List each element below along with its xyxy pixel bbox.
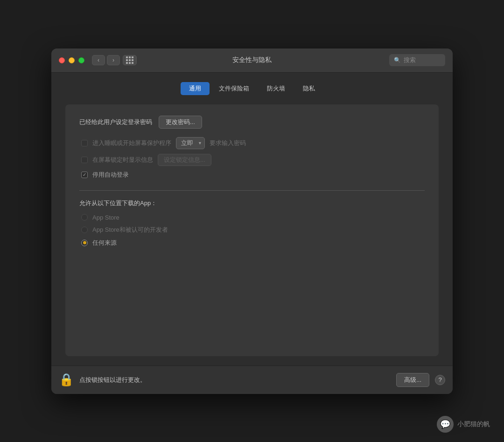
lock-icon: 🔒 bbox=[59, 373, 74, 387]
change-password-button[interactable]: 更改密码... bbox=[159, 116, 202, 129]
dropdown-arrow-icon: ▼ bbox=[198, 141, 202, 145]
downloads-radio-group: App Store App Store和被认可的开发者 任何来源 bbox=[81, 214, 425, 247]
advanced-button[interactable]: 高级... bbox=[396, 373, 429, 387]
forward-icon: › bbox=[112, 57, 114, 63]
downloads-section: 允许从以下位置下载的App： App Store App Store和被认可的开… bbox=[79, 199, 425, 247]
maximize-button[interactable] bbox=[78, 57, 84, 63]
require-pwd-dropdown[interactable]: 立即 ▼ bbox=[176, 137, 205, 149]
minimize-button[interactable] bbox=[69, 57, 75, 63]
downloads-title: 允许从以下位置下载的App： bbox=[79, 199, 425, 207]
radio-appstore-dev-row: App Store和被认可的开发者 bbox=[81, 226, 425, 234]
require-pwd-label: 要求输入密码 bbox=[210, 139, 246, 147]
lock-icon-container[interactable]: 🔒 bbox=[59, 373, 74, 387]
lock-screen-label: 在屏幕锁定时显示信息 bbox=[92, 156, 153, 164]
tab-general[interactable]: 通用 bbox=[181, 82, 210, 95]
tab-privacy[interactable]: 隐私 bbox=[294, 82, 323, 95]
tab-bar: 通用 文件保险箱 防火墙 隐私 bbox=[65, 82, 439, 95]
footer-bar: 🔒 点按锁按钮以进行更改。 高级... ? bbox=[51, 366, 453, 394]
password-row: 已经给此用户设定登录密码 更改密码... bbox=[79, 116, 425, 129]
radio-appstore-row: App Store bbox=[81, 214, 425, 221]
wechat-icon: 💬 bbox=[437, 416, 454, 433]
sleep-option-row: 进入睡眠或开始屏幕保护程序 立即 ▼ 要求输入密码 bbox=[81, 137, 425, 149]
sleep-checkbox[interactable] bbox=[81, 140, 88, 146]
auto-login-row: 停用自动登录 bbox=[81, 171, 425, 179]
radio-appstore[interactable] bbox=[81, 214, 88, 221]
lock-screen-row: 在屏幕锁定时显示信息 设定锁定信息... bbox=[81, 154, 425, 166]
watermark-text: 小肥猫的帆 bbox=[457, 420, 490, 428]
back-button[interactable]: ‹ bbox=[92, 55, 105, 65]
radio-anywhere-row: 任何来源 bbox=[81, 239, 425, 247]
sleep-option-label: 进入睡眠或开始屏幕保护程序 bbox=[92, 139, 171, 147]
help-button[interactable]: ? bbox=[435, 375, 445, 385]
auto-login-checkbox[interactable] bbox=[81, 172, 88, 178]
lock-screen-checkbox[interactable] bbox=[81, 157, 88, 163]
nav-buttons: ‹ › bbox=[92, 55, 120, 65]
lock-text: 点按锁按钮以进行更改。 bbox=[79, 376, 391, 384]
dropdown-value: 立即 bbox=[181, 139, 193, 147]
forward-button[interactable]: › bbox=[107, 55, 120, 65]
watermark: 💬 小肥猫的帆 bbox=[437, 416, 490, 433]
traffic-lights bbox=[59, 57, 84, 63]
search-icon: 🔍 bbox=[394, 57, 401, 63]
auto-login-label: 停用自动登录 bbox=[92, 171, 129, 179]
options-section: 进入睡眠或开始屏幕保护程序 立即 ▼ 要求输入密码 在屏幕锁定时显示信息 设定锁… bbox=[81, 137, 425, 179]
main-content: 通用 文件保险箱 防火墙 隐私 已经给此用户设定登录密码 更改密码... 进入睡… bbox=[51, 73, 453, 366]
back-icon: ‹ bbox=[98, 57, 99, 63]
password-label: 已经给此用户设定登录密码 bbox=[79, 118, 152, 126]
settings-panel: 已经给此用户设定登录密码 更改密码... 进入睡眠或开始屏幕保护程序 立即 ▼ … bbox=[65, 104, 439, 356]
close-button[interactable] bbox=[59, 57, 65, 63]
tab-filevault[interactable]: 文件保险箱 bbox=[210, 82, 258, 95]
grid-icon bbox=[126, 56, 133, 64]
section-divider bbox=[79, 190, 425, 191]
radio-anywhere-label: 任何来源 bbox=[92, 239, 117, 247]
tab-firewall[interactable]: 防火墙 bbox=[259, 82, 294, 95]
radio-anywhere[interactable] bbox=[81, 240, 88, 246]
grid-button[interactable] bbox=[123, 55, 137, 65]
titlebar: ‹ › 安全性与隐私 🔍 搜索 bbox=[51, 48, 453, 73]
radio-appstore-dev[interactable] bbox=[81, 227, 88, 233]
radio-appstore-dev-label: App Store和被认可的开发者 bbox=[92, 226, 168, 234]
radio-appstore-label: App Store bbox=[92, 214, 119, 221]
help-icon: ? bbox=[438, 376, 441, 383]
search-placeholder: 搜索 bbox=[404, 56, 416, 64]
window-title: 安全性与隐私 bbox=[232, 56, 272, 64]
preferences-window: ‹ › 安全性与隐私 🔍 搜索 通用 文件保险箱 防火墙 隐私 bbox=[51, 48, 453, 394]
set-lock-button[interactable]: 设定锁定信息... bbox=[158, 154, 211, 166]
search-box[interactable]: 🔍 搜索 bbox=[389, 54, 445, 66]
